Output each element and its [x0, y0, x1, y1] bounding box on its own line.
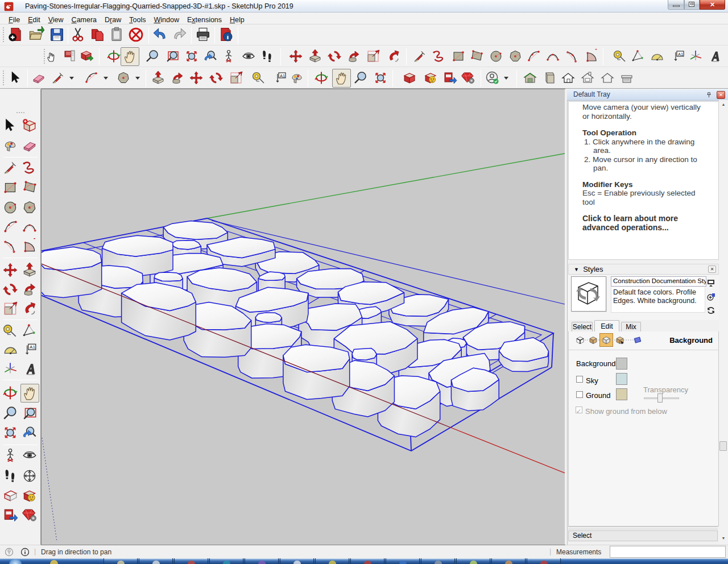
svg-text:A1: A1 — [30, 345, 35, 350]
svg-text:A1: A1 — [280, 73, 285, 78]
svg-text:A1: A1 — [678, 52, 683, 57]
